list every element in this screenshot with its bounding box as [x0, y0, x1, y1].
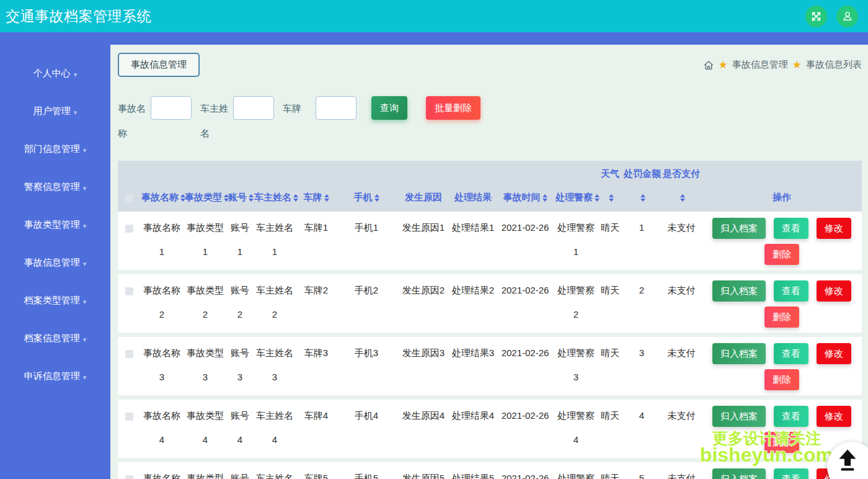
breadcrumb-item[interactable]: 事故信息管理 — [732, 59, 788, 71]
tab-accident-info[interactable]: 事故信息管理 — [118, 53, 200, 77]
sidebar-item-3[interactable]: 警察信息管理▾ — [0, 168, 110, 206]
table-row: 事故名称1事故类型1账号1车主姓名1车牌1手机1发生原因1处理结果12021-0… — [118, 212, 862, 272]
breadcrumb: ★ 事故信息管理 ★ 事故信息列表 — [703, 59, 862, 71]
cell-name: 事故名称1 — [140, 212, 184, 272]
view-button[interactable]: 查看 — [774, 218, 808, 239]
cell-type: 事故类型3 — [184, 335, 227, 398]
col-header-plate[interactable]: 车牌 — [296, 161, 336, 212]
col-header-account[interactable]: 账号 — [227, 161, 253, 212]
cell-paid: 未支付 — [661, 335, 702, 398]
edit-button[interactable]: 修改 — [817, 218, 851, 239]
archive-button[interactable]: 归入档案 — [712, 343, 766, 364]
delete-button[interactable]: 删除 — [764, 307, 799, 328]
sidebar-item-label: 警察信息管理 — [24, 181, 80, 193]
col-header-time[interactable]: 事故时间 — [496, 161, 554, 212]
archive-button[interactable]: 归入档案 — [712, 468, 766, 479]
cell-account: 账号2 — [227, 272, 253, 335]
cell-paid: 未支付 — [661, 272, 702, 335]
view-button[interactable]: 查看 — [774, 280, 808, 302]
cell-plate: 车牌5 — [296, 460, 336, 479]
row-checkbox[interactable] — [125, 350, 133, 358]
sidebar-item-1[interactable]: 用户管理▾ — [0, 92, 110, 130]
accident-name-input[interactable] — [151, 96, 192, 120]
archive-button[interactable]: 归入档案 — [712, 218, 766, 239]
cell-fine: 5 — [622, 460, 661, 479]
cell-select — [118, 212, 140, 272]
select-all-checkbox[interactable] — [125, 194, 133, 202]
sidebar-item-label: 档案类型管理 — [24, 295, 80, 307]
user-button[interactable] — [836, 6, 858, 27]
row-checkbox[interactable] — [125, 287, 133, 295]
query-button[interactable]: 查询 — [371, 96, 407, 120]
breadcrumb-item[interactable]: 事故信息列表 — [806, 59, 862, 71]
table-row: 事故名称5事故类型5账号5车主姓名5车牌5手机5发生原因5处理结果52021-0… — [118, 460, 862, 479]
col-header-paid[interactable]: 是否支付 — [661, 161, 702, 212]
row-checkbox[interactable] — [125, 225, 133, 233]
app-title: 交通事故档案管理系统 — [6, 7, 151, 26]
col-header-type[interactable]: 事故类型 — [184, 161, 227, 212]
view-button[interactable]: 查看 — [774, 343, 808, 364]
col-header-label: 事故名称 — [141, 192, 179, 202]
chevron-down-icon: ▾ — [83, 298, 87, 306]
home-icon[interactable] — [703, 60, 714, 71]
col-header-result: 处理结果 — [450, 161, 496, 212]
cell-time: 2021-02-26 — [496, 398, 554, 460]
col-header-label: 车主姓名 — [254, 192, 291, 202]
sidebar-item-8[interactable]: 申诉信息管理▾ — [0, 357, 110, 395]
cell-weather: 晴天 — [598, 335, 622, 398]
row-actions: 归入档案查看修改删除 — [703, 343, 861, 390]
star-icon: ★ — [792, 60, 802, 70]
sidebar-item-5[interactable]: 事故信息管理▾ — [0, 244, 110, 282]
sidebar-item-7[interactable]: 档案信息管理▾ — [0, 320, 110, 357]
batch-delete-button[interactable]: 批量删除 — [426, 96, 480, 120]
sidebar-item-0[interactable]: 个人中心▾ — [0, 55, 110, 92]
col-header-police[interactable]: 处理警察 — [554, 161, 598, 212]
cell-type: 事故类型4 — [184, 398, 227, 460]
col-header-phone[interactable]: 手机 — [336, 161, 397, 212]
star-icon: ★ — [719, 60, 728, 70]
arrow-up-icon — [836, 449, 859, 471]
cell-cause: 发生原因5 — [397, 460, 450, 479]
cell-type: 事故类型1 — [184, 212, 227, 272]
delete-button[interactable]: 删除 — [764, 244, 799, 265]
cell-cause: 发生原因3 — [397, 335, 450, 398]
cell-account: 账号4 — [227, 398, 253, 460]
view-button[interactable]: 查看 — [774, 406, 808, 427]
delete-button[interactable]: 删除 — [764, 369, 799, 390]
sidebar-item-4[interactable]: 事故类型管理▾ — [0, 206, 110, 244]
col-header-label: 账号 — [228, 192, 247, 202]
row-checkbox[interactable] — [125, 475, 133, 479]
plate-input[interactable] — [316, 96, 356, 120]
row-checkbox[interactable] — [125, 413, 133, 421]
archive-button[interactable]: 归入档案 — [712, 406, 766, 427]
sidebar-item-2[interactable]: 部门信息管理▾ — [0, 130, 110, 168]
cell-time: 2021-02-26 — [496, 272, 554, 335]
chevron-down-icon: ▾ — [83, 260, 87, 268]
edit-button[interactable]: 修改 — [817, 343, 851, 364]
cell-name: 事故名称3 — [140, 335, 184, 398]
sidebar-item-6[interactable]: 档案类型管理▾ — [0, 282, 110, 320]
delete-button[interactable]: 删除 — [764, 432, 799, 453]
col-header-label: 事故类型 — [185, 192, 222, 202]
fullscreen-button[interactable] — [805, 6, 827, 27]
col-header-fine[interactable]: 处罚金额 — [622, 161, 661, 212]
archive-button[interactable]: 归入档案 — [712, 280, 766, 302]
cell-paid: 未支付 — [661, 460, 702, 479]
sort-arrows-icon — [680, 194, 685, 202]
col-header-select[interactable] — [118, 161, 140, 212]
sidebar-item-label: 事故类型管理 — [24, 219, 80, 231]
col-header-name[interactable]: 事故名称 — [140, 161, 184, 212]
cell-select — [118, 398, 140, 460]
edit-button[interactable]: 修改 — [817, 406, 851, 427]
edit-button[interactable]: 修改 — [817, 280, 851, 302]
col-header-weather[interactable]: 天气 — [598, 161, 622, 212]
col-header-owner[interactable]: 车主姓名 — [253, 161, 296, 212]
cell-time: 2021-02-26 — [496, 335, 554, 398]
cell-weather: 晴天 — [598, 212, 622, 272]
owner-name-input[interactable] — [233, 96, 274, 120]
sidebar-item-label: 用户管理 — [33, 105, 71, 117]
view-button[interactable]: 查看 — [774, 468, 808, 479]
cell-name: 事故名称2 — [140, 272, 184, 335]
sidebar-item-label: 档案信息管理 — [24, 333, 80, 344]
cell-cause: 发生原因4 — [397, 398, 450, 460]
